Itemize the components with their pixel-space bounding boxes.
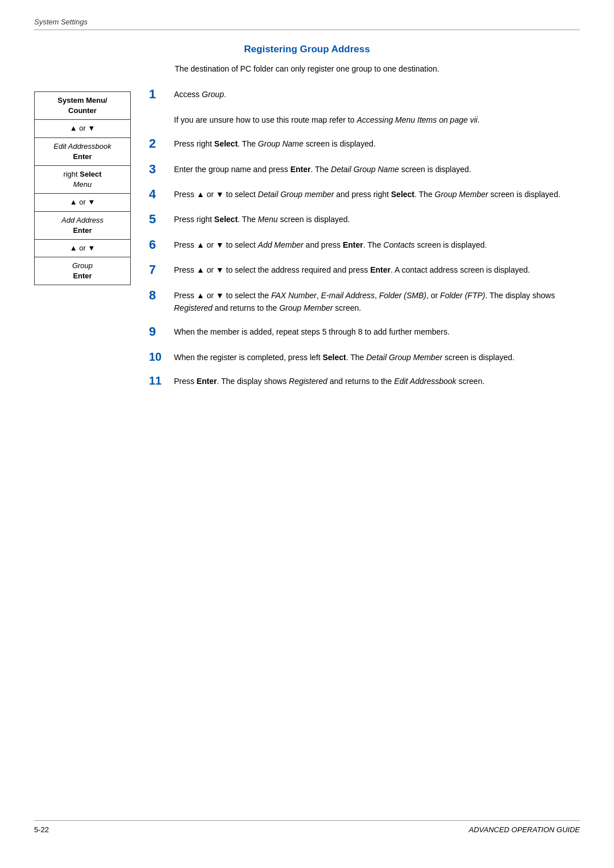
- step-6: 6 Press ▲ or ▼ to select Add Member and …: [149, 237, 580, 252]
- step-number-6: 6: [149, 237, 166, 252]
- step-content-5: Press right Select. The Menu screen is d…: [174, 212, 580, 226]
- step-content-8: Press ▲ or ▼ to select the FAX Number, E…: [174, 288, 580, 315]
- footer-guide-title: ADVANCED OPERATION GUIDE: [468, 825, 580, 834]
- step-number-11: 11: [149, 374, 166, 387]
- nav-row-1: System Menu/Counter: [35, 92, 130, 120]
- step-9: 9 When the member is added, repeat steps…: [149, 324, 580, 339]
- step-5: 5 Press right Select. The Menu screen is…: [149, 212, 580, 227]
- nav-row-8: Group Enter: [35, 257, 130, 285]
- header-title: System Settings: [34, 18, 88, 26]
- step-11: 11 Press Enter. The display shows Regist…: [149, 374, 580, 387]
- step-content-9: When the member is added, repeat steps 5…: [174, 324, 580, 338]
- step-content-1: Access Group. If you are unsure how to u…: [174, 87, 580, 126]
- step-content-10: When the register is completed, press le…: [174, 350, 580, 364]
- step-number-2: 2: [149, 136, 166, 151]
- step-content-3: Enter the group name and press Enter. Th…: [174, 162, 580, 176]
- step-8: 8 Press ▲ or ▼ to select the FAX Number,…: [149, 288, 580, 315]
- step-content-6: Press ▲ or ▼ to select Add Member and pr…: [174, 237, 580, 251]
- step-number-9: 9: [149, 324, 166, 339]
- steps-area: 1 Access Group. If you are unsure how to…: [149, 87, 580, 820]
- step-content-11: Press Enter. The display shows Registere…: [174, 374, 580, 387]
- step-number-10: 10: [149, 350, 166, 364]
- step-content-2: Press right Select. The Group Name scree…: [174, 136, 580, 150]
- step-content-7: Press ▲ or ▼ to select the address requi…: [174, 262, 580, 276]
- page-footer: 5-22 ADVANCED OPERATION GUIDE: [34, 820, 580, 834]
- nav-row-5: ▲ or ▼: [35, 194, 130, 211]
- step-1: 1 Access Group. If you are unsure how to…: [149, 87, 580, 126]
- footer-page-number: 5-22: [34, 825, 49, 834]
- nav-row-7: ▲ or ▼: [35, 240, 130, 257]
- step-content-4: Press ▲ or ▼ to select Detail Group memb…: [174, 187, 580, 201]
- intro-text: The destination of PC folder can only re…: [34, 64, 580, 73]
- nav-box: System Menu/Counter ▲ or ▼ Edit Addressb…: [34, 91, 131, 285]
- step-number-5: 5: [149, 212, 166, 227]
- nav-row-2: ▲ or ▼: [35, 120, 130, 137]
- nav-row-4: right Select Menu: [35, 166, 130, 194]
- step-number-8: 8: [149, 288, 166, 303]
- step-3: 3 Enter the group name and press Enter. …: [149, 162, 580, 177]
- section-title: Registering Group Address: [34, 44, 580, 55]
- nav-row-3: Edit Addressbook Enter: [35, 138, 130, 166]
- page-header: System Settings: [34, 17, 580, 30]
- step-number-4: 4: [149, 187, 166, 202]
- step-number-7: 7: [149, 262, 166, 277]
- step-4: 4 Press ▲ or ▼ to select Detail Group me…: [149, 187, 580, 202]
- step-2: 2 Press right Select. The Group Name scr…: [149, 136, 580, 151]
- step-7: 7 Press ▲ or ▼ to select the address req…: [149, 262, 580, 277]
- step-number-3: 3: [149, 162, 166, 177]
- content-area: System Menu/Counter ▲ or ▼ Edit Addressb…: [34, 87, 580, 820]
- nav-row-6: Add Address Enter: [35, 212, 130, 240]
- step-number-1: 1: [149, 87, 166, 102]
- step-10: 10 When the register is completed, press…: [149, 350, 580, 364]
